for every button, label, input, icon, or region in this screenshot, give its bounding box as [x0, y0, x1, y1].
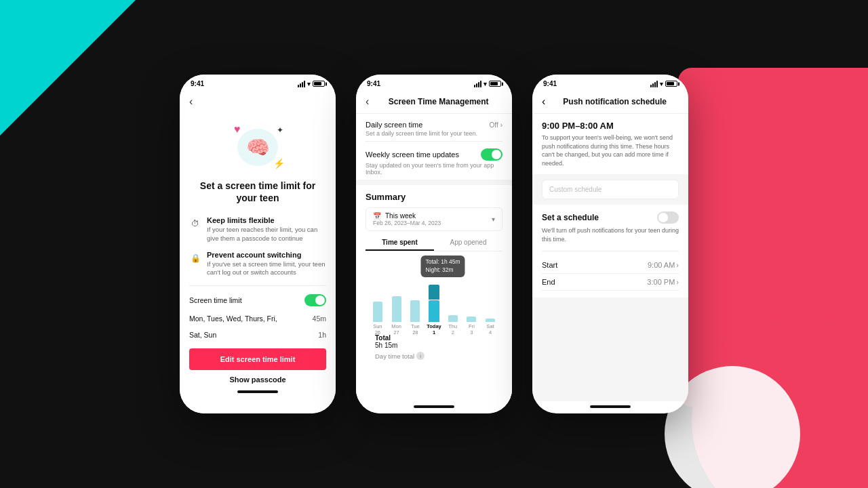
phone3-header: ‹ Push notification schedule	[532, 90, 688, 114]
label-tue: Tue28	[407, 323, 423, 336]
bar-tue-bar	[410, 300, 420, 322]
bar-sat-bar	[486, 319, 495, 322]
lightning-icon: ⚡	[273, 158, 285, 169]
phone3-body: 9:00 PM–8:00 AM To support your teen's w…	[532, 114, 688, 401]
label-mon: Mon27	[389, 323, 405, 336]
back-button-2[interactable]: ‹	[366, 96, 369, 108]
brain-icon: 🧠	[237, 129, 278, 166]
screen-time-limit-row: Screen time limit	[180, 290, 336, 310]
status-time-3: 9:41	[543, 80, 557, 87]
label-today: Today1	[426, 323, 442, 336]
weekday-row: Mon, Tues, Wed, Thurs, Fri, 45m	[180, 310, 336, 327]
signal-icon-3	[650, 81, 658, 87]
show-passcode-button[interactable]: Show passcode	[180, 373, 336, 386]
info-icon: i	[416, 352, 425, 360]
weekend-row: Sat, Sun 1h	[180, 327, 336, 343]
wifi-icon-2: ▾	[484, 81, 487, 87]
screen-time-toggle[interactable]	[304, 294, 326, 306]
phone1-content: ‹ ♥ 🧠 ✦ ⚡ Set a screen time limit for yo…	[180, 90, 336, 413]
status-bar-3: 9:41 ▾	[532, 75, 688, 90]
phone-2: 9:41 ▾ ‹ Screen Time Management Daily sc…	[356, 75, 512, 413]
daily-screen-time-section: Daily screen time Off › Set a daily scre…	[356, 114, 512, 141]
chart-tooltip: Total: 1h 45m Night: 32m	[420, 256, 465, 277]
tab-time-spent[interactable]: Time spent	[366, 235, 434, 251]
signal-icon-1	[298, 81, 305, 87]
clock-icon: ⏱	[189, 218, 201, 230]
bar-today	[426, 285, 442, 322]
tabs-row: Time spent App opened	[366, 235, 502, 251]
start-time-value: 9:00 AM ›	[648, 261, 679, 269]
phone2-header: ‹ Screen Time Management	[356, 90, 512, 114]
phone1-title: Set a screen time limit for your teen	[180, 180, 336, 212]
phones-container: 9:41 ▾ ‹ ♥ 🧠 ✦ ⚡	[180, 75, 688, 413]
edit-screen-time-button[interactable]: Edit screen time limit	[189, 348, 326, 370]
end-time-value: 3:00 PM ›	[647, 278, 679, 286]
week-selector-info: 📅 This week Feb 26, 2023–Mar 4, 2023	[373, 212, 441, 226]
heart-icon: ♥	[234, 123, 241, 136]
daily-screen-time-row[interactable]: Daily screen time Off ›	[366, 121, 502, 129]
feature2-text: Prevent account switching If you've set …	[207, 251, 326, 277]
back-button-1[interactable]: ‹	[180, 90, 336, 113]
status-icons-2: ▾	[474, 81, 501, 87]
bar-sun-bar	[373, 302, 382, 322]
status-time-2: 9:41	[367, 80, 380, 87]
schedule-section: Set a schedule We'll turn off push notif…	[532, 205, 688, 297]
chart-labels: Sun26 Mon27 Tue28 Today1 Thu2 Fri3 Sat4	[368, 322, 500, 336]
tab-app-opened[interactable]: App opened	[434, 235, 502, 251]
status-icons-3: ▾	[650, 81, 677, 87]
label-sat: Sat4	[482, 323, 498, 336]
feature-keep-limits: ⏱ Keep limits flexible If your teen reac…	[180, 212, 336, 247]
wifi-icon-1: ▾	[307, 81, 311, 87]
bar-today-day	[429, 300, 439, 322]
wifi-icon-3: ▾	[660, 81, 663, 87]
bar-today-night	[429, 285, 439, 300]
bar-mon-bar	[392, 296, 401, 322]
set-schedule-row: Set a schedule	[542, 211, 679, 224]
bar-fri-bar	[467, 317, 476, 322]
phone-3: 9:41 ▾ ‹ Push notification schedule 9:00…	[532, 75, 688, 413]
end-time-row[interactable]: End 3:00 PM ›	[542, 274, 679, 291]
label-fri: Fri3	[464, 323, 480, 336]
bar-sat	[482, 319, 498, 322]
section-divider-2	[356, 180, 512, 185]
bar-tue	[407, 300, 423, 322]
phone-1: 9:41 ▾ ‹ ♥ 🧠 ✦ ⚡	[180, 75, 336, 413]
status-bar-2: 9:41 ▾	[356, 75, 512, 90]
back-button-3[interactable]: ‹	[542, 96, 545, 108]
bar-fri	[464, 317, 480, 322]
battery-icon-2	[489, 81, 501, 87]
hero-illustration: ♥ 🧠 ✦ ⚡	[224, 120, 292, 174]
weekly-updates-toggle[interactable]	[481, 148, 502, 161]
battery-icon-1	[313, 81, 325, 87]
daily-screen-time-value: Off ›	[490, 121, 503, 129]
status-icons-1: ▾	[298, 81, 325, 87]
schedule-divider	[542, 251, 679, 251]
bar-mon	[389, 296, 405, 322]
home-indicator-2	[414, 405, 454, 408]
chart-area: Total: 1h 45m Night: 32m	[366, 256, 502, 330]
weekly-updates-row: Weekly screen time updates	[366, 148, 502, 161]
notif-time-block: 9:00 PM–8:00 AM To support your teen's w…	[532, 114, 688, 174]
feature-prevent-switching: 🔒 Prevent account switching If you've se…	[180, 247, 336, 281]
summary-section: Summary 📅 This week Feb 26, 2023–Mar 4, …	[356, 185, 512, 401]
label-thu: Thu2	[445, 323, 461, 336]
bar-thu-bar	[448, 315, 458, 322]
sparkle-icon: ✦	[277, 125, 283, 135]
bg-teal-triangle	[0, 0, 136, 136]
calendar-icon: 📅	[373, 212, 381, 220]
bar-sun	[370, 302, 386, 322]
hero-area: ♥ 🧠 ✦ ⚡	[180, 113, 336, 180]
set-schedule-toggle[interactable]	[657, 211, 679, 224]
home-indicator-3	[590, 405, 631, 408]
home-indicator-1	[237, 390, 278, 393]
signal-icon-2	[474, 81, 481, 87]
chevron-down-icon: ▾	[492, 216, 495, 223]
start-time-row[interactable]: Start 9:00 AM ›	[542, 257, 679, 274]
weekly-updates-section: Weekly screen time updates Stay updated …	[356, 142, 512, 180]
week-selector[interactable]: 📅 This week Feb 26, 2023–Mar 4, 2023 ▾	[366, 207, 502, 231]
status-bar-1: 9:41 ▾	[180, 75, 336, 90]
battery-icon-3	[665, 81, 677, 87]
status-time-1: 9:41	[191, 80, 204, 87]
bar-thu	[445, 315, 461, 322]
custom-schedule-input[interactable]: Custom schedule	[542, 180, 679, 199]
